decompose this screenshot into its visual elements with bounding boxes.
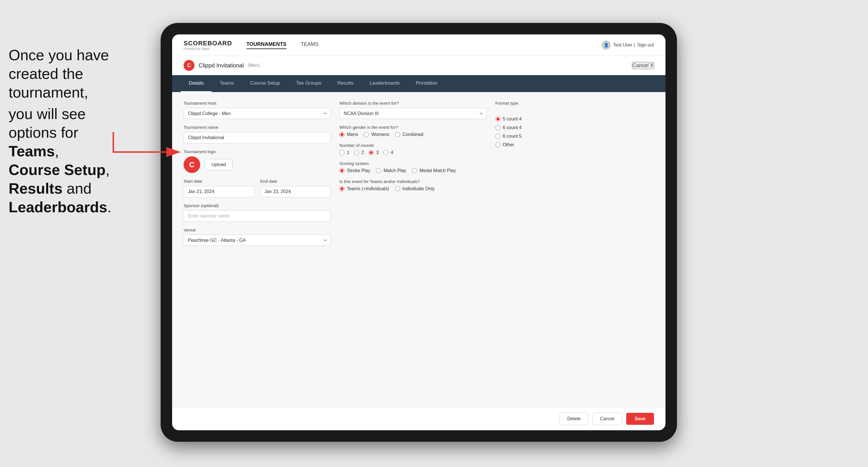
gender-mens[interactable]: Mens [339, 132, 358, 137]
teams-individuals-label: Is this event for Teams and/or Individua… [339, 179, 487, 184]
tab-results[interactable]: Results [329, 75, 362, 92]
format-6count4-radio[interactable] [495, 125, 500, 130]
user-label: Test User | [613, 42, 635, 48]
tab-details[interactable]: Details [181, 75, 212, 92]
gender-group: Which gender is the event for? Mens Wome… [339, 125, 487, 137]
tab-printables[interactable]: Printables [408, 75, 446, 92]
scoring-medal-match-radio[interactable] [412, 168, 417, 173]
nav-tournaments[interactable]: TOURNAMENTS [246, 41, 286, 49]
rounds-3[interactable]: 3 [369, 150, 379, 155]
sponsor-group: Sponsor (optional) [184, 203, 331, 222]
teams-plus-individuals-radio[interactable] [339, 186, 344, 191]
cancel-button[interactable]: Cancel [592, 412, 622, 425]
gender-mens-radio[interactable] [339, 132, 344, 137]
teams-plus-individuals[interactable]: Teams (+Individuals) [339, 186, 389, 191]
venue-group: Venue Peachtree GC - Atlanta - GA [184, 227, 331, 246]
gender-label: Which gender is the event for? [339, 125, 487, 130]
delete-button[interactable]: Delete [560, 412, 588, 425]
rounds-1[interactable]: 1 [339, 150, 349, 155]
tournament-host-group: Tournament Host Clippd College - Men [184, 101, 331, 119]
logo-circle: C [184, 156, 200, 173]
gender-combined[interactable]: Combined [395, 132, 424, 137]
format-radio-group: 5 count 4 6 count 4 6 count 5 [495, 108, 643, 148]
sponsor-input[interactable] [184, 210, 331, 222]
scoring-medal-match[interactable]: Medal Match Play [412, 168, 456, 173]
format-other-radio[interactable] [495, 142, 500, 148]
rounds-4[interactable]: 4 [383, 150, 393, 155]
tab-tee-groups[interactable]: Tee Groups [288, 75, 329, 92]
tab-course-setup[interactable]: Course Setup [242, 75, 288, 92]
format-5count4-radio[interactable] [495, 117, 500, 122]
rounds-2[interactable]: 2 [354, 150, 364, 155]
upload-button[interactable]: Upload [205, 159, 232, 170]
tab-teams[interactable]: Teams [212, 75, 242, 92]
tournament-name-input[interactable] [184, 132, 331, 144]
gender-womens-radio[interactable] [364, 132, 369, 137]
top-nav: SCOREBOARD Powered by clippd TOURNAMENTS… [172, 34, 665, 56]
end-date-group: End date [260, 179, 331, 197]
rounds-2-radio[interactable] [354, 150, 359, 155]
division-label: Which division is the event for? [339, 101, 487, 105]
tournament-logo-label: Tournament logo [184, 149, 331, 154]
bold-course-setup: Course Setup [9, 161, 105, 178]
tournament-name-group: Tournament name [184, 125, 331, 144]
teams-individuals-group: Is this event for Teams and/or Individua… [339, 179, 487, 191]
division-select[interactable]: NCAA Division III [339, 108, 487, 119]
start-date-input[interactable] [184, 186, 254, 197]
end-date-label: End date [260, 179, 331, 184]
format-type-group: Format type 5 count 4 6 count 4 [495, 101, 643, 148]
tab-bar: Details Teams Course Setup Tee Groups Re… [172, 75, 665, 92]
rounds-1-radio[interactable] [339, 150, 344, 155]
cancel-x-button[interactable]: Cancel X [632, 62, 654, 69]
format-6count5[interactable]: 6 count 5 [495, 134, 643, 139]
breadcrumb-content: C Clippd Invitational (Men) [184, 60, 260, 71]
sign-out-link[interactable]: Sign out [637, 42, 654, 48]
form-col-2: Which division is the event for? NCAA Di… [339, 101, 487, 246]
individuals-only-radio[interactable] [395, 186, 400, 191]
gender-combined-radio[interactable] [395, 132, 400, 137]
tournament-title: Clippd Invitational [198, 62, 244, 69]
venue-label: Venue [184, 227, 331, 232]
nav-teams[interactable]: TEAMS [301, 41, 319, 49]
gender-radio-group: Mens Womens Combined [339, 132, 487, 137]
rounds-4-radio[interactable] [383, 150, 389, 155]
format-type-label: Format type [495, 101, 643, 105]
tablet-frame: SCOREBOARD Powered by clippd TOURNAMENTS… [161, 23, 677, 442]
action-bar: Delete Cancel Save [172, 407, 665, 430]
tournament-host-select[interactable]: Clippd College - Men [184, 108, 331, 119]
start-date-group: Start date [184, 179, 254, 197]
rounds-label: Number of rounds [339, 143, 487, 148]
format-6count5-radio[interactable] [495, 134, 500, 139]
scoring-match-radio[interactable] [376, 168, 381, 173]
form-grid: Tournament Host Clippd College - Men Tou… [184, 101, 643, 246]
avatar: 👤 [601, 40, 611, 50]
tournament-tag: (Men) [248, 63, 260, 68]
scoring-stroke-radio[interactable] [339, 168, 344, 173]
format-other[interactable]: Other [495, 142, 643, 148]
scoring-match[interactable]: Match Play [376, 168, 406, 173]
bold-leaderboards: Leaderboards [9, 199, 107, 215]
save-button[interactable]: Save [626, 413, 654, 425]
end-date-input[interactable] [260, 186, 331, 197]
scoring-radio-group: Stroke Play Match Play Medal Match Play [339, 168, 487, 173]
scoring-label: Scoring system [339, 161, 487, 166]
individuals-only[interactable]: Individuals Only [395, 186, 435, 191]
format-5count4[interactable]: 5 count 4 [495, 117, 643, 122]
rounds-radio-group: 1 2 3 4 [339, 150, 487, 155]
nav-links: TOURNAMENTS TEAMS [246, 41, 601, 49]
form-col-1: Tournament Host Clippd College - Men Tou… [184, 101, 331, 246]
venue-select[interactable]: Peachtree GC - Atlanta - GA [184, 235, 331, 246]
main-content: Tournament Host Clippd College - Men Tou… [172, 92, 665, 407]
logo-area: SCOREBOARD Powered by clippd [184, 39, 232, 51]
scoring-group: Scoring system Stroke Play Match Play [339, 161, 487, 173]
tournament-name-label: Tournament name [184, 125, 331, 130]
tournament-host-label: Tournament Host [184, 101, 331, 105]
rounds-3-radio[interactable] [369, 150, 374, 155]
user-area: 👤 Test User | Sign out [601, 40, 654, 50]
tab-leaderboards[interactable]: Leaderboards [362, 75, 408, 92]
gender-womens[interactable]: Womens [364, 132, 389, 137]
tablet-screen: SCOREBOARD Powered by clippd TOURNAMENTS… [172, 34, 665, 430]
scoring-stroke[interactable]: Stroke Play [339, 168, 370, 173]
teams-radio-group: Teams (+Individuals) Individuals Only [339, 186, 487, 191]
format-6count4[interactable]: 6 count 4 [495, 125, 643, 130]
